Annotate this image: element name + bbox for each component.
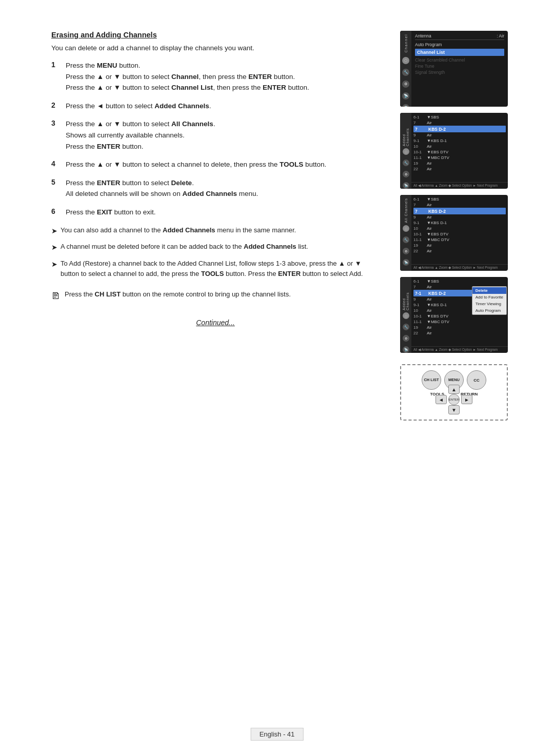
- remote-cc-label: CC: [473, 378, 480, 383]
- step-number-1: 1: [51, 60, 61, 69]
- screen2-sidebar-label: Added Channels: [402, 116, 409, 146]
- ch-list-note-text: Press the CH LIST button on the remote c…: [65, 289, 291, 300]
- step-3: 3 Press the or button to select All Chan…: [51, 118, 380, 152]
- screen3-row-8: 11-1▼MBC DTV: [413, 237, 506, 243]
- screen3-row-9: 19Air: [413, 243, 506, 248]
- screen1-channel-list-highlighted: Channel List: [415, 49, 504, 56]
- screen3-footer: All ◀ Antenna ▲ Zoom ◆ Select Option ► N…: [411, 264, 508, 271]
- intro-text: You can delete or add a channel to displ…: [51, 44, 380, 52]
- screen4-row-10: 22Air: [413, 330, 506, 336]
- page-container: Erasing and Adding Channels You can dele…: [0, 0, 554, 756]
- screen4-row-1: 6-1▼SBS: [413, 278, 506, 284]
- step-number-5: 5: [51, 177, 61, 186]
- screen3-icon-2: 🔧: [403, 236, 409, 243]
- step-number-2: 2: [51, 101, 61, 109]
- screen3-row-5: 9-1▼KBS D-1: [413, 220, 506, 226]
- screen3-icon-1: ◌: [403, 225, 409, 232]
- note-1-text: You can also add a channel to the Added …: [61, 225, 296, 235]
- page-footer: English - 41: [251, 728, 304, 741]
- tv-screen-1: Channel ◌ 🔧 ⚙ 📡 📋 Antenna : Air: [400, 31, 508, 107]
- screen2-icon-1: ◌: [403, 148, 409, 155]
- screen4-sidebar-label: Added Channels: [402, 280, 409, 310]
- remote-diagram: CH LIST MENU CC TOOLS RETURN ▲ ▼: [400, 364, 508, 421]
- screen1-icon-2: 🔧: [402, 69, 409, 76]
- step-4: 4 Press the or button to select a channe…: [51, 159, 380, 170]
- tools-popup-auto: Auto Program: [472, 307, 506, 314]
- screen1-antenna-label: Antenna: [415, 33, 431, 38]
- screen2-row-8: 11-1▼MBC DTV: [413, 155, 506, 161]
- screen4-icon-1: ◌: [403, 312, 409, 319]
- continued-text: Continued...: [51, 319, 380, 327]
- screen3-sidebar-label: All Channels: [404, 198, 408, 223]
- screen3-row-2: 7Air: [413, 202, 506, 208]
- remote-down-btn[interactable]: ▼: [448, 405, 460, 414]
- screen3-icon-3: ⚙: [403, 248, 409, 254]
- notes-section: ➤ You can also add a channel to the Adde…: [51, 225, 380, 280]
- step-1-content: Press the MENU button. Press the or butt…: [66, 60, 309, 93]
- screen2-row-2: 7Air: [413, 120, 506, 126]
- screen4-footer: All ◀ Antenna ▲ Zoom ◆ Select Option ► N…: [411, 346, 508, 353]
- remote-enter-btn[interactable]: ENTER: [448, 394, 460, 405]
- screen3-icon-4: 📡: [403, 259, 409, 266]
- screen1-icon-5: 📋: [402, 104, 409, 107]
- ch-list-note: 🖹 Press the CH LIST button on the remote…: [51, 289, 380, 303]
- screen4-icon-2: 🔧: [403, 324, 409, 330]
- screen2-row-4: 9Air: [413, 132, 506, 138]
- step-6: 6 Press the EXIT button to exit.: [51, 207, 380, 218]
- step-1: 1 Press the MENU button. Press the or bu…: [51, 60, 380, 93]
- screen1-icon-3: ⚙: [402, 81, 409, 88]
- screen1-signal-strength: Signal Strength: [415, 69, 504, 75]
- step-4-content: Press the or button to select a channel …: [66, 159, 326, 170]
- screen3-row-7: 10-1▼EBS DTV: [413, 231, 506, 237]
- note-arrow-3: ➤: [51, 259, 57, 270]
- screen2-row-3-highlighted: 7KBS D-2: [413, 126, 506, 132]
- screen2-footer: All ◀ Antenna ▲ Zoom ◆ Select Option ► N…: [411, 182, 508, 189]
- screen2-row-6: 10Air: [413, 144, 506, 149]
- remote-right-btn[interactable]: ►: [461, 395, 472, 404]
- note-arrow-1: ➤: [51, 226, 57, 237]
- note-2-text: A channel must be deleted before it can …: [61, 242, 308, 252]
- step-2-content: Press the button to select Added Channel…: [66, 101, 211, 112]
- remote-menu-label: MENU: [448, 378, 460, 382]
- screen2-icon-3: ⚙: [403, 171, 409, 177]
- step-5: 5 Press the ENTER button to select Delet…: [51, 177, 380, 200]
- screen1-fine-tune: Fine Tune: [415, 63, 504, 69]
- screen2-row-9: 19Air: [413, 161, 506, 166]
- step-number-4: 4: [51, 159, 61, 168]
- step-2: 2 Press the button to select Added Chann…: [51, 101, 380, 112]
- screen3-row-3-highlighted: 7KBS D-2: [413, 208, 506, 214]
- screen2-row-10: 22Air: [413, 166, 506, 172]
- screen3-row-1: 6-1▼SBS: [413, 196, 506, 202]
- step-number-6: 6: [51, 207, 61, 215]
- screen1-antenna-val: : Air: [497, 33, 504, 38]
- screen2-row-5: 9-1▼KBS D-1: [413, 138, 506, 144]
- tv-screen-3: All Channels ◌ 🔧 ⚙ 📡 6-1▼SBS 7Air 7KBS: [400, 195, 508, 271]
- note-3: ➤ To Add (Restore) a channel back to the…: [51, 258, 380, 279]
- note-arrow-2: ➤: [51, 242, 57, 253]
- screen1-icon-1: ◌: [402, 57, 409, 64]
- screen1-auto-program: Auto Program: [415, 42, 504, 48]
- screen3-row-6: 10Air: [413, 226, 506, 231]
- screen1-icon-4: 📡: [402, 92, 409, 100]
- screen3-row-4: 9Air: [413, 214, 506, 220]
- remote-left-btn[interactable]: ◄: [436, 395, 447, 404]
- section-title: Erasing and Adding Channels: [51, 31, 380, 39]
- screen3-row-10: 22Air: [413, 248, 506, 254]
- step-3-content: Press the or button to select All Channe…: [66, 118, 215, 152]
- screen4-icon-3: ⚙: [403, 335, 409, 342]
- ch-list-icon: 🖹: [51, 289, 61, 303]
- screen2-row-1: 6-1▼SBS: [413, 114, 506, 120]
- tools-popup-timer: Timer Viewing: [472, 301, 506, 307]
- screen1-sidebar-label: Channel: [404, 34, 408, 53]
- tools-popup-favorite: Add to Favorite: [472, 294, 506, 301]
- tools-popup-delete: Delete: [472, 287, 506, 294]
- note-2: ➤ A channel must be deleted before it ca…: [51, 242, 380, 253]
- screen4-icon-4: 📡: [403, 346, 409, 353]
- note-3-text: To Add (Restore) a channel back to the A…: [61, 258, 380, 279]
- right-column: Channel ◌ 🔧 ⚙ 📡 📋 Antenna : Air: [400, 31, 513, 421]
- remote-chlist-label: CH LIST: [424, 378, 439, 382]
- remote-up-btn[interactable]: ▲: [448, 385, 460, 394]
- note-1: ➤ You can also add a channel to the Adde…: [51, 225, 380, 237]
- screen4-row-8: 11-1▼MBC DTV: [413, 319, 506, 325]
- tv-screen-4: Added Channels ◌ 🔧 ⚙ 📡 6-1▼SBS 7Air 7-1: [400, 277, 508, 353]
